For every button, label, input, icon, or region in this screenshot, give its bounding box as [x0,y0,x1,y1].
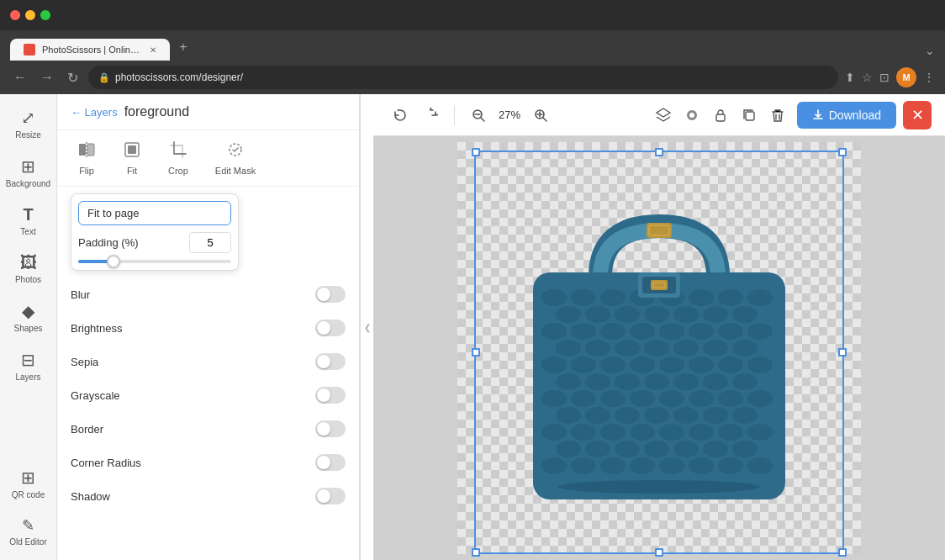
grayscale-toggle[interactable] [315,387,346,404]
browser-more-icon[interactable]: ⋮ [923,71,935,84]
crop-tool[interactable]: Crop [161,137,195,179]
edit-mask-tool[interactable]: Edit Mask [209,137,262,179]
svg-point-55 [689,357,714,373]
blur-toggle[interactable] [315,286,346,303]
redo-button[interactable] [417,102,444,129]
undo-button[interactable] [387,102,414,129]
svg-point-50 [541,357,567,373]
nav-back-button[interactable]: ← [10,66,30,88]
new-tab-button[interactable]: + [173,37,193,57]
close-button[interactable]: ✕ [903,101,932,129]
sidebar-item-shapes[interactable]: ◆ Shapes [3,294,54,340]
sepia-row: Sepia [57,345,359,378]
svg-point-80 [541,424,567,441]
svg-point-83 [630,424,655,441]
browser-menu-icon[interactable]: ⌄ [925,44,935,57]
svg-point-51 [571,357,596,373]
minimize-window-button[interactable] [25,10,35,20]
sidebar-item-photos[interactable]: 🖼 Photos [3,246,54,291]
svg-point-61 [644,373,669,390]
svg-point-32 [673,306,699,323]
svg-point-22 [600,289,626,306]
zoom-level: 27% [495,108,524,121]
brightness-toggle[interactable] [315,320,346,336]
svg-point-21 [571,289,596,306]
svg-point-38 [630,323,655,340]
delete-button[interactable] [765,103,790,128]
svg-point-84 [659,424,684,441]
sidebar-item-resize[interactable]: ⤢ Resize [3,101,54,146]
lock-button[interactable] [708,103,733,128]
sepia-toggle[interactable] [315,353,346,370]
svg-point-90 [615,441,640,457]
sidebar-item-shapes-label: Shapes [14,324,43,333]
shadow-toggle[interactable] [315,488,346,505]
panel-collapse-handle[interactable]: ❮ [360,94,373,560]
bookmark-icon[interactable]: ☆ [862,71,873,84]
layers-button[interactable] [651,103,676,128]
flip-tool[interactable]: Flip [71,137,103,179]
canvas-area[interactable] [373,136,945,560]
svg-point-76 [644,407,669,424]
svg-point-57 [747,357,773,373]
sidebar-item-text[interactable]: T Text [3,198,54,243]
svg-point-93 [703,441,728,457]
border-row: Border [57,412,359,446]
svg-point-70 [689,390,714,407]
extensions-icon[interactable]: ⊡ [879,71,890,84]
fit-dropdown: Fit to page Stretch to page Fill page Or… [71,193,239,271]
border-label: Border [71,423,305,436]
sidebar-item-qr-code[interactable]: ⊞ QR code [3,461,54,506]
svg-point-67 [600,390,626,407]
old-editor-icon: ✎ [22,516,34,535]
close-window-button[interactable] [10,10,20,20]
action-icons-group [651,103,790,128]
svg-point-28 [556,306,581,323]
editor-toolbar: 27% [373,94,945,136]
svg-point-81 [571,424,596,441]
svg-point-29 [585,306,610,323]
svg-point-43 [556,340,581,357]
svg-point-94 [732,441,758,457]
svg-point-89 [585,441,610,457]
share-icon[interactable]: ⬆ [845,71,855,84]
fill-button[interactable] [679,103,705,128]
slider-track[interactable] [78,260,231,263]
panel-title: foreground [124,104,189,119]
slider-thumb[interactable] [107,255,120,268]
crop-label: Crop [168,166,188,176]
back-to-layers-button[interactable]: ← Layers [71,106,118,119]
download-button[interactable]: Download [797,102,896,129]
shadow-row: Shadow [57,479,359,513]
border-toggle[interactable] [315,420,346,437]
tab-favicon [24,44,35,55]
nav-forward-button[interactable]: → [37,66,57,88]
nav-refresh-button[interactable]: ↻ [64,66,82,89]
tab-close-button[interactable]: ✕ [150,45,156,55]
corner-radius-toggle[interactable] [315,454,346,471]
svg-point-64 [732,373,758,390]
zoom-out-button[interactable] [465,102,492,129]
svg-point-72 [747,390,773,407]
url-display: photoscissors.com/designer/ [115,71,243,83]
app-container: ⤢ Resize ⊞ Background T Text 🖼 Photos ◆ … [0,94,945,560]
sidebar-item-old-editor-label: Old Editor [9,537,46,547]
address-bar[interactable]: 🔒 photoscissors.com/designer/ [88,66,838,89]
handbag-svg [508,176,810,529]
svg-point-36 [571,323,596,340]
sidebar-item-layers[interactable]: ⊟ Layers [3,343,54,388]
svg-point-25 [689,289,714,306]
sidebar-item-old-editor[interactable]: ✎ Old Editor [3,510,54,553]
duplicate-button[interactable] [736,103,762,128]
fit-tool[interactable]: Fit [116,137,148,179]
active-tab[interactable]: PhotoScissors | Online Backgr... ✕ [10,39,170,61]
sidebar-item-background[interactable]: ⊞ Background [3,150,54,195]
svg-point-30 [615,306,640,323]
browser-toolbar: ← → ↻ 🔒 photoscissors.com/designer/ ⬆ ☆ … [0,61,945,94]
user-avatar[interactable]: M [896,67,916,87]
maximize-window-button[interactable] [40,10,50,20]
padding-input[interactable] [189,232,231,253]
zoom-in-button[interactable] [527,102,554,129]
svg-point-65 [541,390,567,407]
fit-select[interactable]: Fit to page Stretch to page Fill page Or… [78,201,231,225]
